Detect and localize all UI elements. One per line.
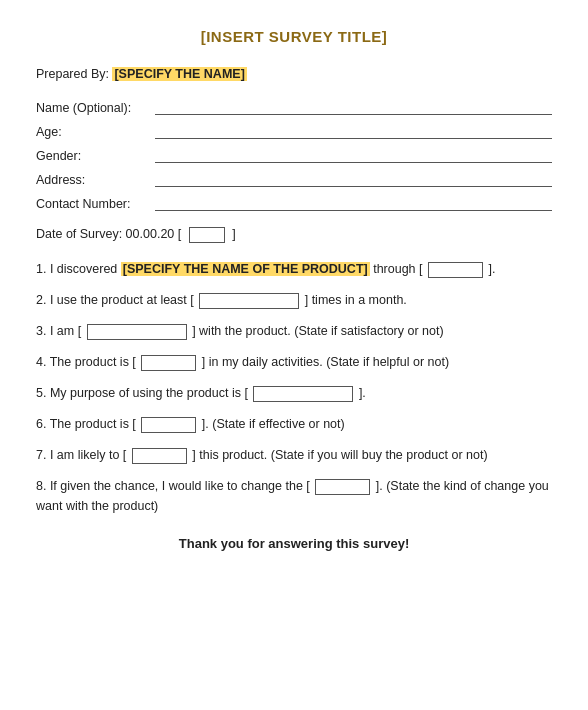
question-7: 7. I am likely to [ ] this product. (Sta… [36, 445, 552, 465]
age-input-line[interactable] [155, 123, 552, 139]
q5-text-after: ]. [359, 386, 366, 400]
thank-you-message: Thank you for answering this survey! [36, 536, 552, 551]
address-label: Address: [36, 173, 151, 187]
q2-text-after: ] times in a month. [305, 293, 407, 307]
questions-section: 1. I discovered [SPECIFY THE NAME OF THE… [36, 259, 552, 516]
prepared-by-value: [SPECIFY THE NAME] [112, 67, 246, 81]
contact-field-row: Contact Number: [36, 195, 552, 211]
survey-title: [INSERT SURVEY TITLE] [36, 28, 552, 45]
q3-bracket[interactable] [87, 324, 187, 340]
contact-input-line[interactable] [155, 195, 552, 211]
q7-bracket[interactable] [132, 448, 187, 464]
question-4: 4. The product is [ ] in my daily activi… [36, 352, 552, 372]
address-input-line[interactable] [155, 171, 552, 187]
prepared-by-section: Prepared By: [SPECIFY THE NAME] [36, 67, 552, 81]
q3-text-before: 3. I am [ [36, 324, 81, 338]
q2-text-before: 2. I use the product at least [ [36, 293, 194, 307]
question-3: 3. I am [ ] with the product. (State if … [36, 321, 552, 341]
q1-through: through [ [373, 262, 422, 276]
age-field-row: Age: [36, 123, 552, 139]
q1-close: ]. [488, 262, 495, 276]
date-bracket[interactable] [189, 227, 225, 243]
q4-text-after: ] in my daily activities. (State if help… [202, 355, 449, 369]
q4-text-before: 4. The product is [ [36, 355, 136, 369]
q8-bracket[interactable] [315, 479, 370, 495]
gender-label: Gender: [36, 149, 151, 163]
date-label: Date of Survey: 00.00.20 [ [36, 227, 181, 241]
q1-number: 1. I discovered [36, 262, 121, 276]
personal-fields: Name (Optional): Age: Gender: Address: C… [36, 99, 552, 211]
name-label: Name (Optional): [36, 101, 151, 115]
gender-input-line[interactable] [155, 147, 552, 163]
q6-text-before: 6. The product is [ [36, 417, 136, 431]
question-8: 8. If given the chance, I would like to … [36, 476, 552, 516]
q7-text-before: 7. I am likely to [ [36, 448, 126, 462]
q3-text-after: ] with the product. (State if satisfacto… [192, 324, 444, 338]
gender-field-row: Gender: [36, 147, 552, 163]
q4-bracket[interactable] [141, 355, 196, 371]
q5-text-before: 5. My purpose of using the product is [ [36, 386, 248, 400]
survey-page: [INSERT SURVEY TITLE] Prepared By: [SPEC… [0, 0, 588, 710]
question-5: 5. My purpose of using the product is [ … [36, 383, 552, 403]
question-6: 6. The product is [ ]. (State if effecti… [36, 414, 552, 434]
age-label: Age: [36, 125, 151, 139]
q6-bracket[interactable] [141, 417, 196, 433]
q5-bracket[interactable] [253, 386, 353, 402]
q1-bracket[interactable] [428, 262, 483, 278]
name-field-row: Name (Optional): [36, 99, 552, 115]
date-section: Date of Survey: 00.00.20 [ ] [36, 227, 552, 243]
q2-bracket[interactable] [199, 293, 299, 309]
q7-text-after: ] this product. (State if you will buy t… [192, 448, 487, 462]
question-2: 2. I use the product at least [ ] times … [36, 290, 552, 310]
prepared-by-label: Prepared By: [36, 67, 109, 81]
address-field-row: Address: [36, 171, 552, 187]
name-input-line[interactable] [155, 99, 552, 115]
q1-product-highlight: [SPECIFY THE NAME OF THE PRODUCT] [121, 262, 370, 276]
question-1: 1. I discovered [SPECIFY THE NAME OF THE… [36, 259, 552, 279]
q6-text-after: ]. (State if effective or not) [202, 417, 345, 431]
q8-text-before: 8. If given the chance, I would like to … [36, 479, 310, 493]
contact-label: Contact Number: [36, 197, 151, 211]
date-close: ] [232, 227, 235, 241]
